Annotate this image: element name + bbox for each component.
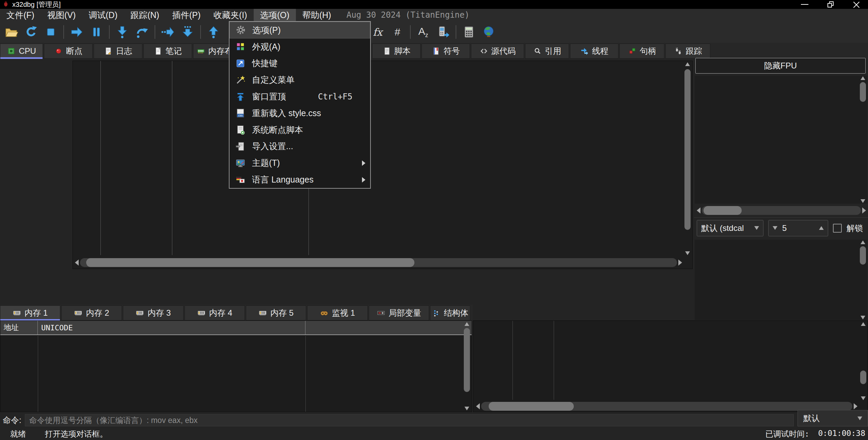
argument-count-stepper[interactable]: 5: [768, 220, 828, 236]
tab-source[interactable]: 源代码: [471, 44, 524, 59]
scroll-down-arrow[interactable]: [685, 251, 690, 255]
scrollbar-thumb[interactable]: [860, 246, 866, 265]
step-into-button[interactable]: [112, 22, 132, 42]
tab-log[interactable]: 日志: [94, 44, 142, 59]
scroll-up-arrow[interactable]: [685, 62, 690, 66]
scroll-down-arrow[interactable]: [464, 407, 469, 410]
stack-vertical-scrollbar[interactable]: [859, 322, 867, 400]
command-input[interactable]: [25, 414, 794, 426]
menu-item-customize-menu[interactable]: 自定义菜单: [230, 72, 370, 88]
restore-button[interactable]: [823, 0, 838, 9]
step-over-button[interactable]: [132, 22, 152, 42]
menu-item-shortcuts[interactable]: 快捷键: [230, 55, 370, 72]
run-button[interactable]: [67, 22, 86, 42]
scrollbar-thumb[interactable]: [684, 69, 691, 230]
menu-file[interactable]: 文件(F): [0, 9, 41, 21]
menu-item-system-breakpoint-script[interactable]: 系统断点脚本: [230, 122, 370, 138]
scroll-left-arrow[interactable]: [476, 403, 480, 409]
menu-item-reload-style[interactable]: css 重新载入 style.css: [230, 105, 370, 122]
trace-into-button[interactable]: [158, 22, 178, 42]
scroll-left-arrow[interactable]: [697, 207, 700, 214]
scroll-down-arrow[interactable]: [861, 396, 866, 400]
menu-trace[interactable]: 跟踪(N): [124, 9, 166, 21]
unlock-checkbox[interactable]: [833, 224, 842, 233]
tab-dump-4[interactable]: 内存 4: [185, 305, 245, 320]
tab-symbols[interactable]: 符号: [422, 44, 470, 59]
run-to-user-code-button[interactable]: [178, 22, 198, 42]
open-file-button[interactable]: [1, 22, 21, 42]
tab-threads[interactable]: 线程: [570, 44, 618, 59]
column-header-extra[interactable]: [305, 321, 472, 334]
tab-breakpoints[interactable]: 断点: [44, 44, 93, 59]
menu-help[interactable]: 帮助(H): [296, 9, 338, 21]
step-out-button[interactable]: [204, 22, 223, 42]
memory-vertical-scrollbar[interactable]: [463, 322, 471, 410]
menu-options[interactable]: 选项(O): [254, 9, 296, 21]
cpu-horizontal-scrollbar[interactable]: [75, 258, 682, 267]
stepper-increment-icon[interactable]: [819, 226, 824, 230]
scroll-right-arrow[interactable]: [862, 207, 866, 214]
calculator-button[interactable]: [459, 22, 479, 42]
registers-horizontal-scrollbar[interactable]: [697, 206, 866, 215]
window-title: x32dbg [管理员]: [12, 0, 61, 9]
menu-view[interactable]: 视图(V): [41, 9, 82, 21]
column-header-unicode[interactable]: UNICODE: [38, 321, 305, 334]
menu-item-label: 外观(A): [252, 41, 280, 52]
tab-struct[interactable]: 结构体: [430, 305, 470, 320]
menu-plugins[interactable]: 插件(P): [166, 9, 207, 21]
menu-item-theme[interactable]: 主题(T): [230, 155, 370, 171]
scrollbar-thumb[interactable]: [704, 206, 742, 215]
scroll-right-arrow[interactable]: [854, 403, 857, 409]
minimize-button[interactable]: [797, 0, 812, 9]
scroll-down-arrow[interactable]: [861, 199, 865, 203]
scroll-up-arrow[interactable]: [861, 240, 865, 244]
tab-watch-1[interactable]: 监视 1: [307, 305, 368, 320]
scroll-right-arrow[interactable]: [678, 260, 682, 266]
scroll-up-arrow[interactable]: [861, 322, 866, 326]
stack-horizontal-scrollbar[interactable]: [476, 402, 857, 411]
scroll-up-arrow[interactable]: [464, 322, 469, 326]
menu-item-preferences[interactable]: 选项(P): [230, 22, 370, 38]
tab-handles[interactable]: 句柄: [619, 44, 664, 59]
tab-cpu[interactable]: CPU: [0, 44, 43, 59]
command-profile-select[interactable]: 默认: [798, 410, 868, 426]
tab-dump-5[interactable]: 内存 5: [246, 305, 306, 320]
assemble-button[interactable]: Az: [413, 22, 433, 42]
calling-convention-select[interactable]: 默认 (stdcal: [697, 220, 763, 236]
arguments-vertical-scrollbar[interactable]: [859, 240, 867, 319]
menu-item-language[interactable]: 语言 Languages: [230, 171, 370, 188]
tab-dump-1[interactable]: 内存 1: [0, 305, 60, 320]
hide-fpu-button[interactable]: 隐藏FPU: [695, 58, 866, 74]
tab-script[interactable]: 脚本: [372, 44, 421, 59]
close-button[interactable]: [849, 0, 864, 9]
scrollbar-thumb[interactable]: [86, 258, 414, 267]
cpu-vertical-scrollbar[interactable]: [684, 62, 691, 255]
scroll-down-arrow[interactable]: [861, 316, 865, 319]
menu-item-import-settings[interactable]: 导入设置...: [230, 138, 370, 155]
registers-vertical-scrollbar[interactable]: [859, 76, 867, 203]
scroll-up-arrow[interactable]: [861, 76, 865, 80]
scrollbar-thumb[interactable]: [860, 82, 866, 102]
menu-debug[interactable]: 调试(D): [82, 9, 124, 21]
tab-dump-3[interactable]: 内存 3: [123, 305, 184, 320]
tab-notes[interactable]: 笔记: [143, 44, 192, 59]
preferences-globe-button[interactable]: [479, 22, 499, 42]
stepper-decrement-icon[interactable]: [773, 226, 777, 230]
column-divider: [305, 336, 306, 412]
stop-button[interactable]: [41, 22, 61, 42]
restart-button[interactable]: [21, 22, 41, 42]
animate-into-button[interactable]: [433, 22, 453, 42]
menu-item-topmost[interactable]: 窗口置顶 Ctrl+F5: [230, 88, 370, 105]
menu-item-appearance[interactable]: 外观(A): [230, 38, 370, 55]
scrollbar-thumb[interactable]: [489, 402, 574, 411]
tab-dump-2[interactable]: 内存 2: [61, 305, 122, 320]
menu-favourites[interactable]: 收藏夹(I): [207, 9, 254, 21]
scrollbar-thumb[interactable]: [464, 328, 470, 392]
scroll-left-arrow[interactable]: [75, 260, 79, 266]
tab-references[interactable]: 引用: [525, 44, 569, 59]
column-header-address[interactable]: 地址: [0, 321, 38, 334]
labels-button[interactable]: #: [388, 22, 407, 42]
tab-locals[interactable]: 局部变量: [369, 305, 429, 320]
scrollbar-thumb[interactable]: [860, 371, 866, 384]
pause-button[interactable]: [86, 22, 106, 42]
